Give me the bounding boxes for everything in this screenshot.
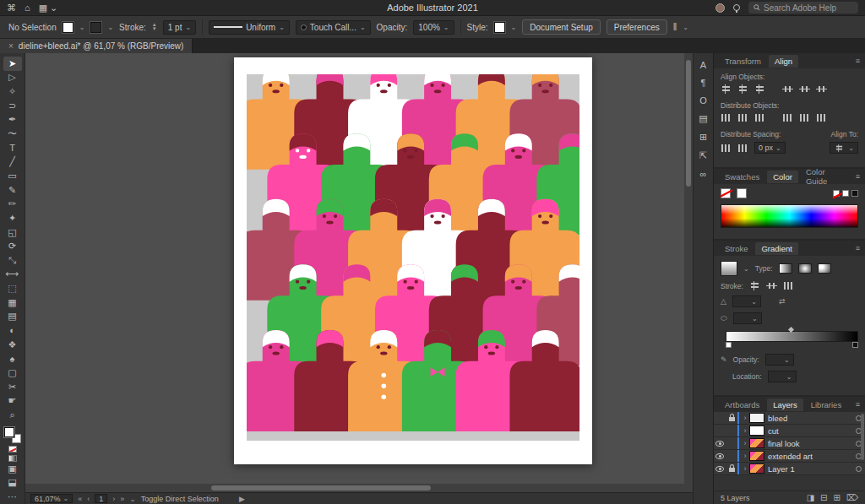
distribute-top-button[interactable] <box>721 113 732 122</box>
layer-row-layer-1[interactable]: › Layer 1 <box>714 463 865 475</box>
layer-target-icon[interactable] <box>856 466 862 472</box>
align-bottom-button[interactable] <box>816 84 827 94</box>
preferences-button[interactable]: Preferences <box>607 19 667 35</box>
align-to-select[interactable]: ⌄ <box>830 142 858 154</box>
status-options-dropdown-icon[interactable]: ⌄ <box>129 495 136 503</box>
expand-chevron-icon[interactable]: › <box>741 452 749 460</box>
gradient-stop-black[interactable] <box>852 342 858 348</box>
align-options-dropdown-icon[interactable]: ⌄ <box>683 24 688 31</box>
align-center-button[interactable] <box>737 84 748 94</box>
color-gradient-button[interactable] <box>8 455 17 462</box>
align-options-icon[interactable]: ⫼ <box>673 22 677 32</box>
layer-row-extended-art[interactable]: › extended art <box>714 450 865 463</box>
gradient-opacity-field[interactable]: ⌄ <box>765 354 794 366</box>
lasso-tool[interactable]: ⊃ <box>3 99 22 113</box>
style-swatch[interactable] <box>494 22 505 33</box>
gradient-annotator-pencil-icon[interactable]: ✎ <box>721 355 727 364</box>
vertical-scrollbar[interactable] <box>684 53 693 492</box>
rotate-tool[interactable]: ⟳ <box>3 239 22 253</box>
radial-gradient-button[interactable] <box>798 263 812 274</box>
type-tool[interactable]: T <box>3 141 22 155</box>
canvas-area[interactable] <box>25 53 693 492</box>
hand-tool[interactable]: ☛ <box>3 393 22 408</box>
slice-tool[interactable]: ✂ <box>3 380 22 394</box>
white-color-button[interactable] <box>842 190 849 197</box>
next-artboard-button[interactable]: › <box>112 495 115 503</box>
vertical-distribute-space-button[interactable] <box>721 144 732 153</box>
color-spectrum[interactable] <box>721 204 858 228</box>
close-tab-icon[interactable]: × <box>8 41 14 51</box>
horizontal-scrollbar-thumb[interactable] <box>211 485 431 490</box>
align-right-button[interactable] <box>754 84 765 94</box>
direct-selection-tool[interactable]: ▷ <box>3 71 22 85</box>
opacity-field[interactable]: 100%⌄ <box>413 20 454 35</box>
discover-lightbulb-icon[interactable] <box>733 4 740 11</box>
gradient-tool[interactable]: ▤ <box>3 310 22 324</box>
distribute-left-button[interactable] <box>782 113 793 122</box>
spacing-value-field[interactable]: 0 px⌄ <box>754 142 786 154</box>
pencil-tool[interactable]: ✏ <box>3 197 22 211</box>
distribute-right-button[interactable] <box>816 113 827 122</box>
new-layer-icon[interactable]: ⊞ <box>833 493 840 502</box>
tab-artboards[interactable]: Artboards <box>719 398 765 411</box>
help-search-field[interactable] <box>748 2 858 14</box>
stroke-across-button[interactable] <box>783 281 794 290</box>
lock-toggle[interactable] <box>726 415 737 421</box>
gradient-panel-menu-icon[interactable]: ≡ <box>856 244 860 252</box>
stroke-dropdown-icon[interactable]: ⌄ <box>107 24 113 31</box>
tab-stroke[interactable]: Stroke <box>719 242 753 255</box>
toolbar-overflow-button[interactable]: ⋯ <box>3 490 22 504</box>
pen-tool[interactable]: ✒ <box>3 113 22 127</box>
workspace-switcher-icon[interactable]: ▦ ⌄ <box>39 3 58 13</box>
last-artboard-button[interactable]: » <box>120 495 124 503</box>
horizontal-scrollbar[interactable] <box>25 484 684 492</box>
new-sublayer-icon[interactable]: ⊟ <box>820 493 827 502</box>
distribute-hcenter-button[interactable] <box>799 113 810 122</box>
linear-gradient-button[interactable] <box>779 263 792 274</box>
artboard-number-field[interactable]: 1 <box>95 494 107 503</box>
stroke-weight-stepper[interactable]: ▲▼ <box>152 23 157 31</box>
zoom-tool[interactable]: ⌕ <box>3 408 22 422</box>
visibility-toggle[interactable] <box>714 453 726 459</box>
draw-mode-button[interactable]: ▣ <box>3 462 22 476</box>
selection-tool[interactable]: ➤ <box>3 57 22 71</box>
stroke-swatch[interactable] <box>90 22 101 33</box>
links-panel-icon[interactable]: ∞ <box>700 169 707 179</box>
layer-name[interactable]: final look <box>768 439 852 448</box>
none-color-button[interactable] <box>833 190 840 197</box>
color-none-button[interactable] <box>8 446 17 453</box>
search-input[interactable] <box>764 3 853 13</box>
aspect-ratio-field[interactable]: ⌄ <box>733 312 762 324</box>
tab-swatches[interactable]: Swatches <box>719 171 765 183</box>
visibility-toggle[interactable] <box>714 466 726 472</box>
tab-transform[interactable]: Transform <box>719 55 767 68</box>
zoom-level-select[interactable]: 61,07%⌄ <box>30 494 73 503</box>
mesh-tool[interactable]: ▦ <box>3 295 22 310</box>
align-panel-menu-icon[interactable]: ≡ <box>856 57 860 65</box>
color-stroke-swatch[interactable] <box>737 188 747 198</box>
expand-chevron-icon[interactable]: › <box>741 464 749 473</box>
lock-toggle[interactable] <box>726 465 737 472</box>
document-setup-button[interactable]: Document Setup <box>522 19 601 35</box>
layer-name[interactable]: cut <box>768 426 852 436</box>
previous-artboard-button[interactable]: ‹ <box>87 495 90 503</box>
align-left-button[interactable] <box>721 84 732 94</box>
delete-layer-icon[interactable]: ⌦ <box>846 493 858 502</box>
gradient-preview-dropdown-icon[interactable]: ⌄ <box>743 265 749 273</box>
vertical-scrollbar-thumb[interactable] <box>686 60 691 187</box>
home-icon[interactable]: ⌂ <box>24 3 30 13</box>
account-icon[interactable] <box>715 3 725 13</box>
gradient-location-field[interactable]: ⌄ <box>768 371 797 382</box>
scale-tool[interactable]: ⤡ <box>3 253 22 268</box>
expand-chevron-icon[interactable]: › <box>741 414 749 422</box>
status-play-icon[interactable]: ▶ <box>239 495 245 503</box>
layers-panel-menu-icon[interactable]: ≡ <box>856 400 860 409</box>
brush-definition-select[interactable]: Touch Call...⌄ <box>296 20 371 35</box>
align-middle-button[interactable] <box>799 84 810 94</box>
layer-name[interactable]: extended art <box>768 452 852 461</box>
artboard[interactable] <box>234 57 592 464</box>
layer-row-cut[interactable]: › cut <box>714 425 865 437</box>
gradient-angle-field[interactable]: ⌄ <box>732 295 761 307</box>
color-panel-menu-icon[interactable]: ≡ <box>856 172 860 181</box>
free-transform-tool[interactable]: ⬚ <box>3 281 22 295</box>
